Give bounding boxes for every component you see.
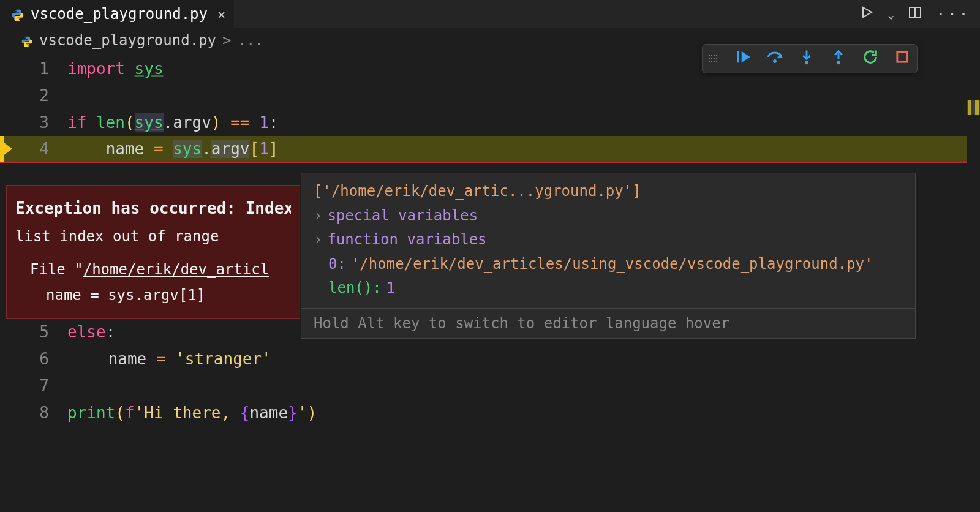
line-number: 7 (0, 377, 67, 395)
close-icon[interactable]: × (217, 7, 225, 22)
breadcrumb-separator: > (222, 32, 231, 49)
exception-popup[interactable]: Exception has occurred: IndexE list inde… (6, 185, 300, 319)
more-icon[interactable]: ··· (936, 5, 970, 23)
svg-point-3 (805, 61, 809, 64)
exception-message: list index out of range (15, 225, 291, 247)
hover-footer-hint: Hold Alt key to switch to editor languag… (301, 308, 915, 338)
current-execution-marker-icon (2, 141, 12, 156)
code-line-breakpoint: 4 name = sys.argv[1] (0, 136, 980, 163)
hover-special-variables[interactable]: › special variables (314, 204, 903, 228)
step-over-icon[interactable] (766, 48, 783, 69)
line-number: 1 (0, 59, 67, 78)
exception-file-line: File "/home/erik/dev_articl (15, 258, 291, 280)
tab-active[interactable]: vscode_playground.py × (0, 0, 234, 28)
chevron-right-icon: › (314, 228, 322, 252)
step-out-icon[interactable] (830, 48, 847, 69)
line-number: 5 (0, 323, 67, 341)
hover-function-variables[interactable]: › function variables (314, 228, 903, 252)
debug-hover-panel[interactable]: ['/home/erik/dev_artic...yground.py'] › … (301, 173, 916, 339)
hover-len[interactable]: len(): 1 (314, 276, 903, 301)
hover-header: ['/home/erik/dev_artic...yground.py'] (314, 179, 903, 204)
split-editor-icon[interactable] (908, 5, 922, 23)
svg-point-4 (837, 61, 840, 64)
exception-code-line: name = sys.argv[1] (15, 284, 291, 306)
run-icon[interactable] (859, 5, 874, 23)
code-line: 6 name = 'stranger' (0, 345, 980, 372)
scroll-current-marker (975, 100, 979, 115)
step-into-icon[interactable] (798, 48, 815, 69)
chevron-right-icon: › (314, 204, 322, 228)
python-file-icon (21, 34, 33, 47)
code-line: 3 if len(sys.argv) == 1: (0, 109, 980, 136)
line-number: 3 (0, 113, 67, 132)
line-number: 6 (0, 350, 67, 368)
python-file-icon (11, 7, 24, 21)
svg-point-2 (773, 59, 777, 63)
editor-scrollbar[interactable] (967, 28, 980, 512)
tab-filename: vscode_playground.py (31, 6, 208, 23)
scroll-current-marker (968, 100, 971, 115)
continue-icon[interactable] (734, 48, 752, 69)
exception-title: Exception has occurred: IndexE (15, 197, 291, 220)
code-line: 7 (0, 372, 980, 399)
stop-icon[interactable] (894, 48, 911, 69)
breadcrumb-more: ... (237, 32, 263, 49)
chevron-down-icon[interactable]: ⌄ (888, 8, 894, 21)
restart-icon[interactable] (862, 48, 879, 69)
tab-actions: ⌄ ··· (859, 5, 970, 23)
code-line: 8 print(f'Hi there, {name}') (0, 399, 980, 426)
debug-toolbar[interactable] (702, 44, 918, 73)
breadcrumb-file: vscode_playground.py (39, 32, 216, 49)
svg-rect-5 (897, 52, 907, 62)
drag-handle-icon[interactable] (709, 55, 717, 62)
line-number: 2 (0, 86, 67, 105)
line-number: 8 (0, 404, 67, 422)
tab-bar: vscode_playground.py × ⌄ ··· (0, 0, 980, 28)
code-line: 2 (0, 82, 980, 109)
hover-index-0[interactable]: 0: '/home/erik/dev_articles/using_vscode… (314, 252, 903, 277)
